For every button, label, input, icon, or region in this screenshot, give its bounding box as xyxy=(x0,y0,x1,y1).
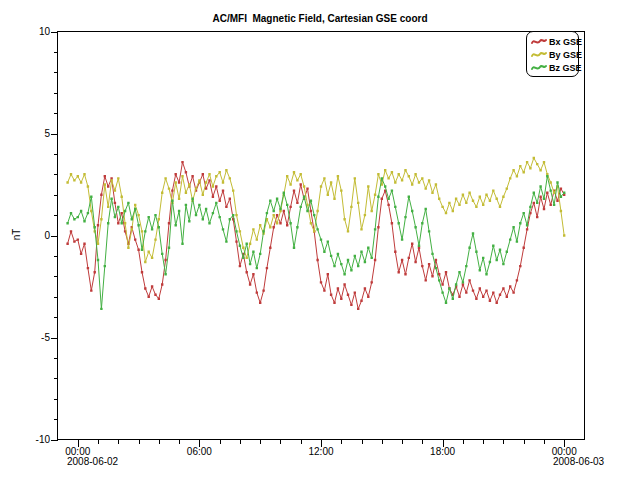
plot-frame xyxy=(58,32,585,440)
bz-series-line-icon xyxy=(531,63,547,73)
by-series-line-icon xyxy=(531,50,547,60)
legend-label-bx: Bx GSE xyxy=(549,37,582,47)
y-tick-label: -10 xyxy=(36,434,51,445)
y-tick-label: -5 xyxy=(41,332,50,343)
y-tick-label: 0 xyxy=(44,230,50,241)
x-tick-label: 18:00 xyxy=(430,446,455,457)
legend-label-bz: Bz GSE xyxy=(549,63,582,73)
chart-title: AC/MFI Magnetic Field, Cartesian GSE coo… xyxy=(0,13,640,24)
y-tick-label: 5 xyxy=(44,128,50,139)
x-axis-start-date: 2008-06-02 xyxy=(67,456,118,467)
chart-figure: 1050-5-1000:0006:0012:0018:0000:00 AC/MF… xyxy=(0,0,640,480)
legend-item-bz: Bz GSE xyxy=(531,61,577,74)
bx-series-line-icon xyxy=(531,37,547,47)
x-tick-label: 12:00 xyxy=(308,446,333,457)
series-markers-bx xyxy=(66,161,565,310)
y-axis-label: nT xyxy=(11,229,22,241)
legend-label-by: By GSE xyxy=(549,50,582,60)
x-tick-label: 06:00 xyxy=(187,446,212,457)
legend-item-by: By GSE xyxy=(531,48,577,61)
legend-item-bx: Bx GSE xyxy=(531,35,577,48)
y-tick-label: 10 xyxy=(39,26,51,37)
x-axis-end-date: 2008-06-03 xyxy=(553,456,604,467)
legend-box: Bx GSE By GSE Bz GSE xyxy=(526,31,579,77)
y-axis-ticks xyxy=(51,33,58,441)
